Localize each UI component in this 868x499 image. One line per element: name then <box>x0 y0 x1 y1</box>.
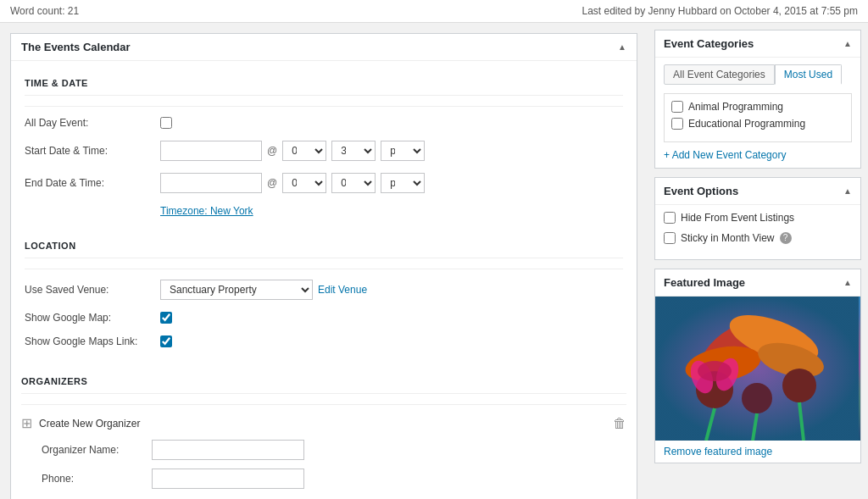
metabox-header[interactable]: The Events Calendar ▲ <box>11 34 637 61</box>
category-label-educational: Educational Programming <box>688 118 805 130</box>
list-item: Educational Programming <box>671 118 844 130</box>
start-date-controls: 2015-10-24 @ 010203040506070809101112 30… <box>160 141 425 161</box>
end-ampm-select[interactable]: ampm <box>381 173 425 193</box>
sticky-month-checkbox[interactable] <box>664 232 676 244</box>
categories-tab-row: All Event Categories Most Used <box>664 64 852 85</box>
svg-point-11 <box>698 361 732 381</box>
top-bar: Word count: 21 Last edited by Jenny Hubb… <box>0 0 868 23</box>
featured-image-header[interactable]: Featured Image ▲ <box>655 269 860 297</box>
category-checkbox-educational[interactable] <box>671 118 683 130</box>
drag-icon[interactable]: ⊞ <box>21 415 32 431</box>
organizers-label: ORGANIZERS <box>21 368 626 394</box>
word-count: Word count: 21 <box>10 5 79 17</box>
featured-image-svg <box>655 297 859 441</box>
location-label: LOCATION <box>25 232 623 258</box>
organizer-name-row: Organizer Name: <box>42 440 626 460</box>
all-day-label: All Day Event: <box>25 117 160 129</box>
google-map-checkbox[interactable] <box>160 312 172 324</box>
list-item: Animal Programming <box>671 101 844 113</box>
event-options-box: Event Options ▲ Hide From Event Listings… <box>654 177 861 260</box>
metabox-title: The Events Calendar <box>21 41 131 53</box>
all-day-row: All Day Event: <box>25 117 623 129</box>
featured-image-preview[interactable]: Remove featured image <box>655 297 860 463</box>
end-date-controls: 2015-10-24 @ 010203040506070809101112 00… <box>160 173 425 193</box>
organizer-fields: Organizer Name: Phone: <box>21 440 626 489</box>
start-min-select[interactable]: 300005101520253540455055 <box>331 141 376 161</box>
event-categories-collapse-icon[interactable]: ▲ <box>843 39 852 48</box>
at-symbol-end: @ <box>267 177 277 189</box>
featured-image-visual <box>655 297 860 441</box>
saved-venue-label: Use Saved Venue: <box>25 284 160 296</box>
category-label-animal: Animal Programming <box>688 101 783 113</box>
hide-from-listings-row: Hide From Event Listings <box>664 212 852 224</box>
location-section: LOCATION Use Saved Venue: Sanctuary Prop… <box>11 224 637 347</box>
tab-all-categories[interactable]: All Event Categories <box>664 64 775 85</box>
end-date-label: End Date & Time: <box>25 177 160 189</box>
event-options-body: Hide From Event Listings Sticky in Month… <box>655 205 860 259</box>
google-map-row: Show Google Map: <box>25 312 623 324</box>
sticky-month-row: Sticky in Month View ? <box>664 232 852 244</box>
all-day-checkbox[interactable] <box>160 117 172 129</box>
end-min-select[interactable]: 000510152025303540455055 <box>331 173 376 193</box>
featured-image-collapse-icon[interactable]: ▲ <box>843 278 852 287</box>
organizer-name-input[interactable] <box>152 440 304 460</box>
hide-from-listings-label: Hide From Event Listings <box>681 212 794 224</box>
delete-organizer-icon[interactable]: 🗑 <box>613 416 626 431</box>
sidebar: Event Categories ▲ All Event Categories … <box>648 23 868 499</box>
end-date-row: End Date & Time: 2015-10-24 @ 0102030405… <box>25 173 623 193</box>
organizer-phone-label: Phone: <box>42 473 152 485</box>
end-hour-select[interactable]: 010203040506070809101112 <box>282 173 326 193</box>
google-map-link-row: Show Google Maps Link: <box>25 335 623 347</box>
svg-point-7 <box>742 383 772 413</box>
start-ampm-select[interactable]: ampm <box>381 141 425 161</box>
organizer-phone-row: Phone: <box>42 469 626 489</box>
sticky-month-label: Sticky in Month View <box>681 232 775 244</box>
event-categories-body: All Event Categories Most Used Animal Pr… <box>655 58 860 168</box>
category-list: Animal Programming Educational Programmi… <box>664 93 852 142</box>
event-categories-title: Event Categories <box>664 37 754 50</box>
sticky-month-help-icon[interactable]: ? <box>780 232 792 244</box>
organizer-name-label: Organizer Name: <box>42 444 152 456</box>
start-date-label: Start Date & Time: <box>25 145 160 157</box>
organizer-left: ⊞ Create New Organizer <box>21 415 140 431</box>
timezone-link[interactable]: Timezone: New York <box>160 205 623 217</box>
category-checkbox-animal[interactable] <box>671 101 683 113</box>
edit-venue-link[interactable]: Edit Venue <box>318 284 367 296</box>
time-date-label: TIME & DATE <box>25 69 623 96</box>
google-map-label: Show Google Map: <box>25 312 160 324</box>
add-category-link[interactable]: + Add New Event Category <box>664 149 852 161</box>
google-map-link-label: Show Google Maps Link: <box>25 335 160 347</box>
at-symbol: @ <box>267 145 277 157</box>
create-new-organizer-label: Create New Organizer <box>39 418 140 430</box>
tab-most-used[interactable]: Most Used <box>775 64 842 85</box>
collapse-arrow-icon[interactable]: ▲ <box>618 42 626 52</box>
venue-controls: Sanctuary Property Edit Venue <box>160 280 367 300</box>
organizers-section: ORGANIZERS ⊞ Create New Organizer 🗑 Orga… <box>11 359 637 499</box>
start-hour-select[interactable]: 010203040506070809101112 <box>282 141 326 161</box>
saved-venue-row: Use Saved Venue: Sanctuary Property Edit… <box>25 280 623 300</box>
start-date-row: Start Date & Time: 2015-10-24 @ 01020304… <box>25 141 623 161</box>
hide-from-listings-checkbox[interactable] <box>664 212 676 224</box>
remove-image-link[interactable]: Remove featured image <box>655 441 860 463</box>
svg-point-8 <box>782 369 816 402</box>
event-options-header[interactable]: Event Options ▲ <box>655 178 860 205</box>
events-calendar-metabox: The Events Calendar ▲ TIME & DATE All Da… <box>10 33 637 499</box>
event-categories-header[interactable]: Event Categories ▲ <box>655 30 860 58</box>
start-date-input[interactable]: 2015-10-24 <box>160 141 262 161</box>
featured-image-box: Featured Image ▲ <box>654 269 861 463</box>
organizer-phone-input[interactable] <box>152 469 304 489</box>
featured-image-title: Featured Image <box>664 276 745 289</box>
main-content: The Events Calendar ▲ TIME & DATE All Da… <box>0 23 648 499</box>
event-categories-box: Event Categories ▲ All Event Categories … <box>654 30 861 169</box>
event-options-collapse-icon[interactable]: ▲ <box>843 186 852 196</box>
time-date-section: TIME & DATE All Day Event: Start Date & … <box>11 61 637 217</box>
google-map-link-checkbox[interactable] <box>160 335 172 347</box>
organizer-row: ⊞ Create New Organizer 🗑 <box>21 415 626 431</box>
venue-select[interactable]: Sanctuary Property <box>160 280 313 300</box>
end-date-input[interactable]: 2015-10-24 <box>160 173 262 193</box>
last-edited: Last edited by Jenny Hubbard on October … <box>581 5 858 17</box>
event-options-title: Event Options <box>664 185 738 197</box>
featured-image-thumbnail[interactable] <box>655 297 860 441</box>
